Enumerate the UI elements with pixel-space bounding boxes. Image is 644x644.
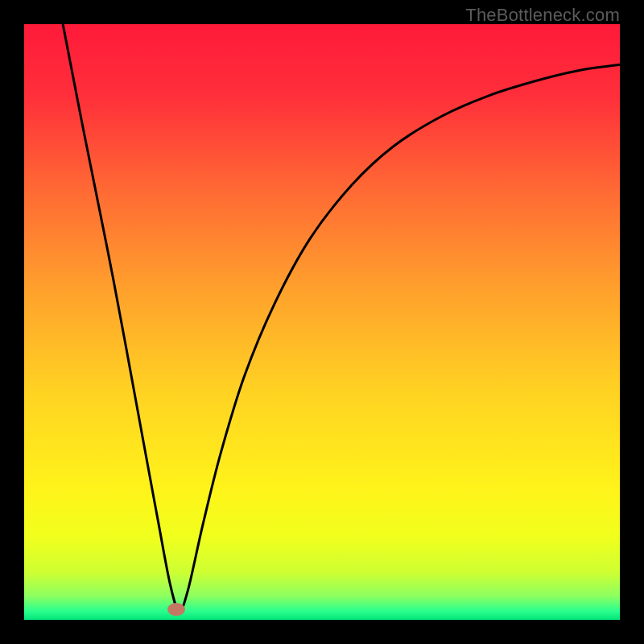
minimum-marker bbox=[167, 603, 185, 616]
plot-area bbox=[24, 24, 620, 620]
watermark-text: TheBottleneck.com bbox=[465, 5, 620, 26]
chart-frame: TheBottleneck.com bbox=[0, 0, 644, 644]
curve-line bbox=[24, 24, 620, 620]
